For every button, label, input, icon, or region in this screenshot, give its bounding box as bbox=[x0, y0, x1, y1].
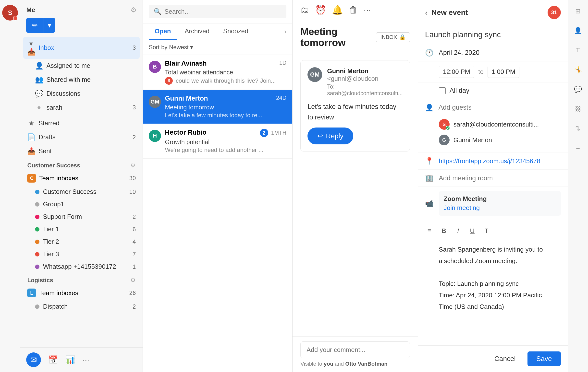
meeting-room-input[interactable] bbox=[439, 174, 561, 182]
sidebar-item-sent[interactable]: 📤 Sent bbox=[23, 144, 140, 158]
sidebar-item-tier2[interactable]: Tier 2 4 bbox=[23, 235, 140, 248]
inbox-section: ▾ 📥 Inbox 3 👤 Assigned to me 👥 Shared wi… bbox=[23, 37, 140, 114]
sidebar-item-discussions[interactable]: 💬 Discussions bbox=[23, 87, 140, 101]
shared-icon: 👥 bbox=[35, 76, 43, 84]
customer-success-section: Customer Success ⚙ bbox=[23, 158, 140, 171]
reply-arrow-icon: ↩ bbox=[317, 132, 323, 140]
tier2-count: 4 bbox=[133, 238, 136, 245]
plus-icon[interactable]: ＋ bbox=[572, 142, 584, 154]
more-toolbar-icon[interactable]: ··· bbox=[364, 5, 371, 15]
avatar-hector: H bbox=[149, 130, 161, 142]
save-button[interactable]: Save bbox=[527, 351, 561, 366]
format-toolbar: B I U T bbox=[439, 225, 492, 237]
customer-success-label: Customer Success bbox=[27, 162, 80, 169]
clock-event-icon: 🕐 bbox=[425, 49, 434, 57]
bell-toolbar-icon[interactable]: 🔔 bbox=[332, 5, 343, 15]
email-subject-1: Meeting tomorrow bbox=[165, 104, 286, 111]
chart-bottom-icon[interactable]: 📊 bbox=[65, 355, 75, 364]
cs-team-inbox-header[interactable]: C Team inboxes 30 bbox=[23, 171, 140, 186]
sidebar-item-tier1[interactable]: Tier 1 6 bbox=[23, 223, 140, 235]
email-preview-1: Let's take a few minutes today to re... bbox=[165, 112, 286, 119]
email-subject-0: Total webinar attendance bbox=[165, 69, 286, 76]
add-guests-input[interactable] bbox=[439, 104, 561, 111]
figure-icon[interactable]: 🤸 bbox=[572, 64, 584, 76]
guest-item-sarah: S ✓ sarah@cloudcontentconsulti... bbox=[439, 116, 561, 132]
end-time-field[interactable]: 1:00 PM bbox=[488, 66, 520, 78]
trash-toolbar-icon[interactable]: 🗑 bbox=[349, 5, 358, 15]
assigned-label: Assigned to me bbox=[46, 62, 136, 70]
logistics-team-inbox-header[interactable]: L Team inboxes 26 bbox=[23, 286, 140, 300]
event-description[interactable]: Sarah Spangenberg is inviting you to a s… bbox=[439, 242, 561, 313]
strikethrough-button[interactable]: T bbox=[481, 226, 492, 236]
underline-button[interactable]: U bbox=[467, 226, 478, 236]
event-date[interactable]: April 24, 2020 bbox=[439, 49, 561, 57]
me-label: Me bbox=[26, 6, 35, 14]
allday-label: All day bbox=[450, 87, 469, 94]
event-desc-row: ≡ B I U T Sarah Spangenberg is inviting … bbox=[418, 220, 568, 317]
back-button[interactable]: ‹ bbox=[425, 8, 428, 17]
sidebar-item-sarah[interactable]: ● sarah 3 bbox=[23, 101, 140, 114]
sidebar-item-inbox[interactable]: ▾ 📥 Inbox 3 bbox=[23, 37, 140, 59]
compose-dropdown-button[interactable]: ▾ bbox=[44, 18, 55, 33]
sidebar-item-group1[interactable]: Group1 bbox=[23, 198, 140, 210]
video-icon: 📹 bbox=[425, 199, 434, 208]
email-item-2[interactable]: H Hector Rubio 2 1MTH Growth potential W… bbox=[143, 124, 292, 159]
sidebar-item-customer-success[interactable]: Customer Success 10 bbox=[23, 186, 140, 198]
sidebar-item-support-form[interactable]: Support Form 2 bbox=[23, 210, 140, 223]
lock-icon: 🔒 bbox=[399, 34, 406, 40]
sidebar-item-drafts[interactable]: 📄 Drafts 2 bbox=[23, 130, 140, 144]
sidebar-item-dispatch[interactable]: Dispatch 2 bbox=[23, 300, 140, 313]
zoom-join-link[interactable]: Join meeting bbox=[444, 204, 556, 212]
logistics-gear-icon[interactable]: ⚙ bbox=[130, 277, 136, 284]
logistics-count: 26 bbox=[129, 290, 136, 296]
email-item-0[interactable]: B Blair Avinash 1D Total webinar attenda… bbox=[143, 55, 292, 90]
email-item-1[interactable]: GM Gunni Merton 24D Meeting tomorrow Let… bbox=[143, 90, 292, 124]
sidebar-item-shared[interactable]: 👥 Shared with me bbox=[23, 73, 140, 87]
user-card-icon[interactable]: 👤 bbox=[572, 24, 584, 37]
sort-button[interactable]: Sort by Newest ▾ bbox=[149, 44, 193, 51]
tab-archived[interactable]: Archived bbox=[179, 23, 215, 40]
link-icon[interactable]: ⛓ bbox=[572, 103, 584, 115]
allday-checkbox[interactable] bbox=[439, 87, 446, 94]
archive-toolbar-icon[interactable]: 🗂 bbox=[300, 5, 309, 15]
location-value[interactable]: https://frontapp.zoom.us/j/12345678 bbox=[439, 157, 540, 165]
starred-label: Starred bbox=[38, 119, 136, 127]
sidebar-item-whatsapp[interactable]: Whatsapp +14155390172 1 bbox=[23, 260, 140, 273]
text-icon[interactable]: T bbox=[572, 44, 584, 56]
sidebar-gear-icon[interactable]: ⚙ bbox=[131, 6, 137, 14]
user-avatar[interactable]: S bbox=[2, 5, 18, 21]
tab-open[interactable]: Open bbox=[149, 23, 177, 40]
more-bottom-icon[interactable]: ··· bbox=[83, 355, 89, 364]
start-time-field[interactable]: 12:00 PM bbox=[439, 66, 474, 78]
tabs-bar: Open Archived Snoozed › bbox=[143, 23, 292, 40]
cs-gear-icon[interactable]: ⚙ bbox=[130, 162, 136, 169]
search-input[interactable] bbox=[164, 8, 282, 15]
guest-sarah-avatar: S ✓ bbox=[439, 119, 450, 130]
mail-bottom-icon[interactable]: ✉ bbox=[26, 352, 41, 367]
tab-snoozed[interactable]: Snoozed bbox=[217, 23, 254, 40]
event-location-row: 📍 https://frontapp.zoom.us/j/12345678 bbox=[418, 152, 568, 170]
compose-button[interactable]: ✏ bbox=[26, 18, 44, 33]
sidebar-item-assigned[interactable]: 👤 Assigned to me bbox=[23, 59, 140, 73]
clock-toolbar-icon[interactable]: ⏰ bbox=[315, 5, 326, 15]
support-form-count: 2 bbox=[133, 213, 136, 220]
layout-icon[interactable]: ⊞ bbox=[572, 5, 584, 17]
cancel-button[interactable]: Cancel bbox=[488, 351, 523, 366]
tabs-more-arrow[interactable]: › bbox=[284, 28, 286, 35]
chat-icon[interactable]: 💬 bbox=[572, 83, 584, 95]
event-title-field[interactable] bbox=[425, 30, 561, 39]
drafts-label: Drafts bbox=[38, 133, 129, 141]
tier3-label: Tier 3 bbox=[43, 250, 129, 258]
comment-input[interactable] bbox=[300, 341, 410, 358]
inbox-label: Inbox bbox=[38, 44, 129, 52]
calendar-31-button[interactable]: 31 bbox=[548, 6, 561, 19]
sidebar-item-starred[interactable]: ★ Starred bbox=[23, 116, 140, 130]
reply-button[interactable]: ↩ Reply bbox=[307, 128, 353, 144]
bold-button[interactable]: B bbox=[439, 226, 449, 236]
sidebar-item-tier3[interactable]: Tier 3 7 bbox=[23, 248, 140, 260]
italic-button[interactable]: I bbox=[453, 226, 463, 236]
event-date-content: April 24, 2020 bbox=[439, 49, 561, 57]
calendar-bottom-icon[interactable]: 📅 bbox=[48, 355, 58, 364]
email-date-0: 1D bbox=[279, 60, 286, 67]
arrows-icon[interactable]: ⇅ bbox=[572, 122, 584, 135]
